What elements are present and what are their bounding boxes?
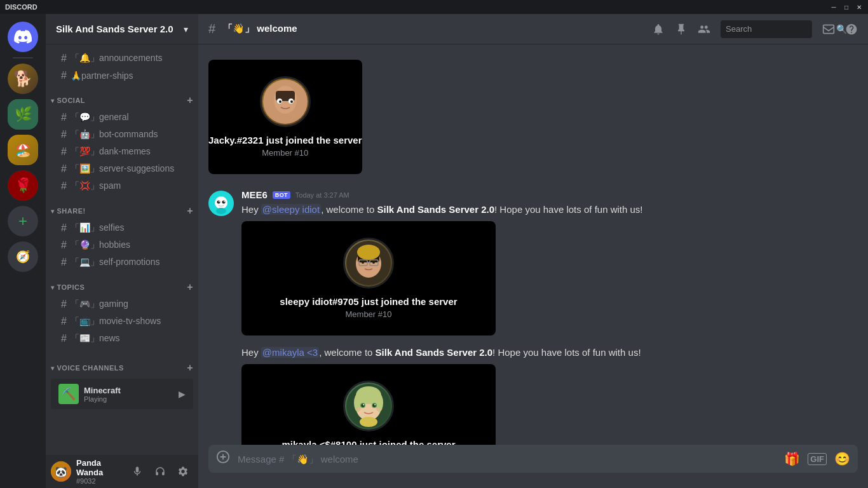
minimize-button[interactable]: ─ xyxy=(830,3,837,11)
settings-button[interactable] xyxy=(173,461,193,482)
svg-point-37 xyxy=(360,417,377,427)
channel-item-announcements[interactable]: # 「🔔」announcements xyxy=(51,50,193,67)
channel-item-self-promotions[interactable]: # 「💻」self-promotions xyxy=(51,254,193,271)
server-name: Silk And Sands Server 2.0 xyxy=(56,24,173,34)
channel-name: 「📺」movie-tv-shows xyxy=(71,316,161,327)
notification-button[interactable] xyxy=(652,23,665,36)
bot-badge: BOT xyxy=(273,191,290,199)
add-server-button[interactable]: + xyxy=(8,206,38,236)
messages-area[interactable]: Jacky.#2321 just joined the server Membe… xyxy=(198,44,868,445)
channel-item-bot-commands[interactable]: # 「🤖」bot-commands xyxy=(51,126,193,143)
channel-name: 「🎮」gaming xyxy=(71,299,128,310)
chevron-down-icon: ▾ xyxy=(184,24,188,34)
welcome-text-sleepy: sleepy idiot#9705 just joined the server… xyxy=(280,296,457,319)
server-name-bold: Silk And Sands Server 2.0 xyxy=(377,204,495,215)
gift-icon[interactable]: 🎁 xyxy=(784,451,800,466)
headphones-button[interactable] xyxy=(150,461,170,482)
welcome-username-sleepy: sleepy idiot#9705 just joined the server xyxy=(280,296,457,307)
username: Panda Wanda xyxy=(76,458,122,477)
inbox-button[interactable] xyxy=(822,23,835,36)
add-channel-icon[interactable]: + xyxy=(187,362,193,374)
hash-icon: # xyxy=(61,257,67,268)
message-header-mee6: MEE6 BOT Today at 3:27 AM xyxy=(241,189,858,200)
search-input[interactable] xyxy=(726,24,832,34)
user-bar: 🐼 Panda Wanda #9032 xyxy=(46,455,198,488)
channel-name: 「📊」selfies xyxy=(71,222,125,234)
add-channel-icon[interactable]: + xyxy=(187,281,193,293)
svg-point-9 xyxy=(215,196,227,209)
add-channel-icon[interactable]: + xyxy=(187,205,193,217)
maximize-button[interactable]: □ xyxy=(843,3,850,11)
svg-point-23 xyxy=(372,261,375,264)
category-voice[interactable]: ▾ VOICE CHANNELS + xyxy=(46,352,198,376)
message-input[interactable] xyxy=(238,454,776,464)
chevron-icon: ▾ xyxy=(51,208,55,215)
channel-item-server-suggestions[interactable]: # 「🖼️」server-suggestions xyxy=(51,161,193,177)
minecraft-icon: ⛏️ xyxy=(58,384,79,404)
channel-item-movie-tv-shows[interactable]: # 「📺」movie-tv-shows xyxy=(51,313,193,330)
svg-point-11 xyxy=(222,201,226,204)
message-standalone-mikayla: Hey @mikayla <3, welcome to Silk And San… xyxy=(208,346,858,359)
minecraft-activity[interactable]: ⛏️ Minecraft Playing ▶ xyxy=(51,379,193,409)
minecraft-join-button[interactable]: ▶ xyxy=(179,389,186,399)
pin-button[interactable] xyxy=(675,23,688,36)
channel-name: 「🔮」hobbies xyxy=(71,240,130,251)
channel-item-partner-ships[interactable]: # 🙏partner-ships xyxy=(51,67,193,84)
server-icon-2[interactable]: 🌿 xyxy=(8,99,38,130)
channel-item-news[interactable]: # 「📰」news xyxy=(51,330,193,347)
hash-icon: # xyxy=(208,22,215,36)
mention-mikayla[interactable]: @mikayla <3 xyxy=(261,347,319,358)
server-icon-1[interactable]: 🐕 xyxy=(8,64,38,94)
members-button[interactable] xyxy=(698,23,710,36)
hash-icon: # xyxy=(61,163,67,175)
server-separator xyxy=(13,57,33,58)
add-channel-icon[interactable]: + xyxy=(187,95,193,106)
help-button[interactable] xyxy=(845,23,858,36)
welcome-text-mikayla: mikayla <$#8100 just joined the server M… xyxy=(281,439,455,445)
hash-icon: # xyxy=(61,299,67,310)
emoji-button[interactable]: 😊 xyxy=(834,451,850,466)
category-share[interactable]: ▾ SHARE! + xyxy=(46,195,198,219)
close-button[interactable]: ✕ xyxy=(855,3,863,11)
gif-button[interactable]: GIF xyxy=(808,453,827,465)
search-bar[interactable]: 🔍 xyxy=(721,20,812,38)
svg-point-14 xyxy=(216,208,226,214)
server-name-bold-2: Silk And Sands Server 2.0 xyxy=(376,347,493,358)
category-label: VOICE CHANNELS xyxy=(57,364,124,372)
server-icon-silk-sands[interactable]: 🏖️ xyxy=(8,135,38,165)
hash-icon: # xyxy=(61,180,67,192)
channel-name: 「📰」news xyxy=(71,333,120,344)
welcome-text-jacky: Jacky.#2321 just joined the server Membe… xyxy=(208,135,362,158)
channel-item-hobbies[interactable]: # 「🔮」hobbies xyxy=(51,237,193,254)
server-icon-discord-home[interactable] xyxy=(8,22,38,52)
channel-item-selfies[interactable]: # 「📊」selfies xyxy=(51,220,193,236)
channel-name: 🙏partner-ships xyxy=(71,71,133,81)
svg-point-33 xyxy=(363,404,364,405)
category-topics[interactable]: ▾ TOPICS + xyxy=(46,271,198,295)
user-info: Panda Wanda #9032 xyxy=(76,458,122,485)
add-attachment-button[interactable] xyxy=(216,450,230,468)
server-header[interactable]: Silk And Sands Server 2.0 ▾ xyxy=(46,14,198,44)
explore-servers-button[interactable]: 🧭 xyxy=(8,241,38,272)
hash-icon: # xyxy=(61,240,67,251)
mention-sleepy[interactable]: @sleepy idiot xyxy=(261,204,321,215)
channel-item-gaming[interactable]: # 「🎮」gaming xyxy=(51,296,193,313)
channel-item-dank-memes[interactable]: # 「💯」dank-memes xyxy=(51,144,193,160)
microphone-button[interactable] xyxy=(127,461,147,482)
chevron-icon: ▾ xyxy=(51,365,55,372)
app-title: DISCORD xyxy=(5,3,37,11)
channel-item-general[interactable]: # 「💬」general xyxy=(51,109,193,126)
user-discriminator: #9032 xyxy=(76,477,122,485)
category-social[interactable]: ▾ SOCIAL + xyxy=(46,85,198,109)
hash-icon: # xyxy=(61,316,67,327)
chevron-icon: ▾ xyxy=(51,284,55,291)
channel-item-spam[interactable]: # 「💢」spam xyxy=(51,178,193,194)
svg-point-7 xyxy=(290,100,293,103)
welcome-avatar-sleepy xyxy=(343,238,394,288)
server-icon-4[interactable]: 🌹 xyxy=(8,170,38,201)
welcome-card-mikayla: mikayla <$#8100 just joined the server M… xyxy=(241,364,496,445)
hash-icon: # xyxy=(61,146,67,158)
welcome-banner-sleepy: sleepy idiot#9705 just joined the server… xyxy=(241,221,496,336)
channel-name: 「💢」spam xyxy=(71,180,121,192)
hash-icon: # xyxy=(61,70,67,81)
